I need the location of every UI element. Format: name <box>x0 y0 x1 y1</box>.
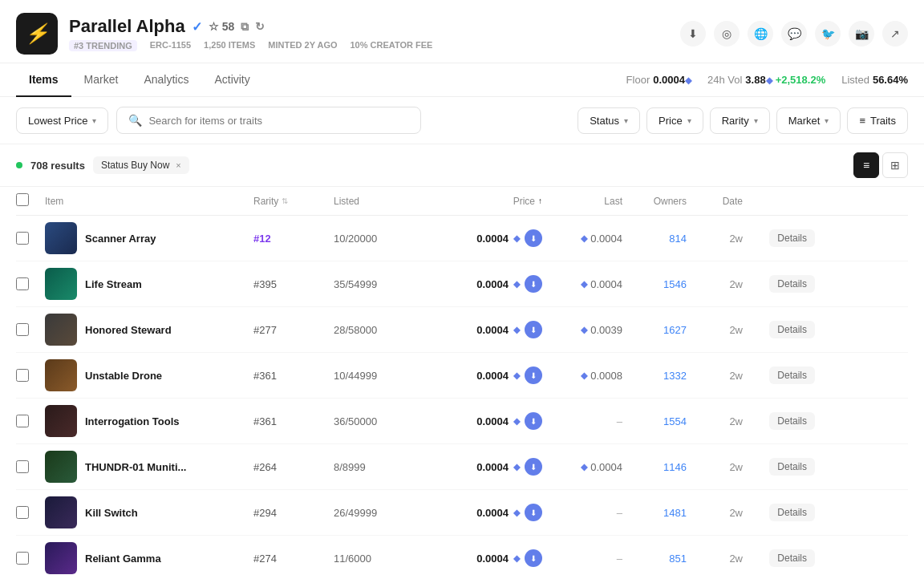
header-rarity[interactable]: Rarity ⇅ <box>253 193 334 209</box>
last-dash: – <box>617 553 622 565</box>
details-button[interactable]: Details <box>769 275 815 293</box>
row-checkbox[interactable] <box>16 277 29 290</box>
rarity-dropdown[interactable]: Rarity ▾ <box>710 107 770 134</box>
owners-cell[interactable]: 1481 <box>622 507 687 519</box>
price-cell: 0.0004 ◆ ⬇ <box>430 321 542 338</box>
owners-cell[interactable]: 1554 <box>622 415 687 427</box>
owners-cell[interactable]: 1627 <box>622 324 687 336</box>
details-button[interactable]: Details <box>769 321 815 338</box>
row-checkbox-cell <box>16 552 45 565</box>
price-chevron-icon: ▾ <box>687 116 691 125</box>
tab-activity[interactable]: Activity <box>201 63 262 97</box>
price-dropdown[interactable]: Price ▾ <box>646 107 703 134</box>
header-date[interactable]: Date <box>687 193 743 209</box>
header-item[interactable]: Item <box>45 193 253 209</box>
details-button[interactable]: Details <box>769 366 815 384</box>
listed-cell: 36/50000 <box>334 415 430 427</box>
sort-dropdown[interactable]: Lowest Price ▾ <box>16 107 108 134</box>
traits-button[interactable]: ≡ Traits <box>847 107 908 134</box>
last-value: 0.0004 <box>590 233 622 245</box>
date-cell: 2w <box>687 324 743 336</box>
copy-icon[interactable]: ⧉ <box>241 20 249 34</box>
details-button[interactable]: Details <box>769 229 815 247</box>
icon-btn-5[interactable]: 🐦 <box>815 21 841 47</box>
select-all-checkbox[interactable] <box>16 193 29 206</box>
market-dropdown[interactable]: Market ▾ <box>776 107 841 134</box>
last-value: 0.0004 <box>590 278 622 290</box>
status-chevron-icon: ▾ <box>624 116 628 125</box>
listed-value: 56.64% <box>873 74 908 86</box>
owners-cell[interactable]: 851 <box>622 553 687 565</box>
row-checkbox[interactable] <box>16 506 29 519</box>
star-count[interactable]: ☆ 58 <box>209 20 235 33</box>
list-view-button[interactable]: ≡ <box>853 152 879 178</box>
table-row: Interrogation Tools #361 36/50000 0.0004… <box>16 399 908 444</box>
buy-button[interactable]: ⬇ <box>525 549 542 567</box>
buy-button[interactable]: ⬇ <box>525 366 542 384</box>
last-cell: – <box>542 507 622 519</box>
buy-button[interactable]: ⬇ <box>525 504 542 521</box>
row-checkbox[interactable] <box>16 232 29 245</box>
date-cell: 2w <box>687 507 743 519</box>
rarity-label: Rarity <box>722 115 749 127</box>
owners-cell[interactable]: 1146 <box>622 461 687 473</box>
price-value: 0.0004 <box>476 461 509 473</box>
status-dropdown[interactable]: Status ▾ <box>578 107 640 134</box>
item-thumbnail <box>45 496 77 528</box>
details-button[interactable]: Details <box>769 412 815 430</box>
row-checkbox[interactable] <box>16 552 29 565</box>
buy-button[interactable]: ⬇ <box>525 321 542 338</box>
status-label: Status <box>590 115 619 127</box>
details-button[interactable]: Details <box>769 458 815 476</box>
chevron-down-icon: ▾ <box>92 116 96 125</box>
price-cell: 0.0004 ◆ ⬇ <box>430 229 542 247</box>
item-name: Unstable Drone <box>85 370 162 382</box>
minted-label: MINTED 2Y AGO <box>268 40 337 51</box>
icon-btn-7[interactable]: ↗ <box>882 21 908 47</box>
row-checkbox[interactable] <box>16 369 29 382</box>
item-thumbnail <box>45 359 77 391</box>
buy-button[interactable]: ⬇ <box>525 458 542 476</box>
owners-cell[interactable]: 814 <box>622 233 687 245</box>
details-button[interactable]: Details <box>769 504 815 521</box>
table-body: Scanner Array #12 10/20000 0.0004 ◆ ⬇ ◆0… <box>16 216 908 575</box>
listed-cell: 28/58000 <box>334 324 430 336</box>
buy-button[interactable]: ⬇ <box>525 275 542 293</box>
search-input[interactable] <box>148 115 409 127</box>
owners-cell[interactable]: 1546 <box>622 278 687 290</box>
buy-button[interactable]: ⬇ <box>525 412 542 430</box>
grid-view-button[interactable]: ⊞ <box>882 152 908 178</box>
icon-btn-1[interactable]: ⬇ <box>680 21 706 47</box>
listed-stat: Listed 56.64% <box>841 74 908 86</box>
header-owners[interactable]: Owners <box>622 193 687 209</box>
price-eth-icon: ◆ <box>513 462 520 472</box>
grid-icon: ⊞ <box>890 159 900 172</box>
active-filter-tag: Status Buy Now × <box>93 156 189 174</box>
row-checkbox[interactable] <box>16 415 29 427</box>
header-price[interactable]: Price ↑ <box>430 193 542 209</box>
tab-items[interactable]: Items <box>16 63 71 97</box>
price-value: 0.0004 <box>476 507 509 519</box>
row-checkbox[interactable] <box>16 460 29 473</box>
header-checkbox-col <box>16 193 45 209</box>
row-checkbox[interactable] <box>16 323 29 336</box>
floor-bar: Floor 0.0004◆ 24h Vol 3.88◆ +2,518.2% Li… <box>626 74 908 86</box>
rarity-cell: #277 <box>253 324 334 336</box>
buy-button[interactable]: ⬇ <box>525 229 542 247</box>
icon-btn-4[interactable]: 💬 <box>781 21 807 47</box>
tab-analytics[interactable]: Analytics <box>131 63 201 97</box>
icon-btn-3[interactable]: 🌐 <box>748 21 773 47</box>
header-last[interactable]: Last <box>542 193 622 209</box>
remove-filter-button[interactable]: × <box>176 160 180 170</box>
icon-btn-2[interactable]: ◎ <box>714 21 740 47</box>
table-row: Unstable Drone #361 10/44999 0.0004 ◆ ⬇ … <box>16 353 908 399</box>
owners-cell[interactable]: 1332 <box>622 370 687 382</box>
details-button[interactable]: Details <box>769 549 815 567</box>
tab-market[interactable]: Market <box>71 63 132 97</box>
creator-fee: 10% CREATOR FEE <box>351 40 433 51</box>
items-table: Item Rarity ⇅ Listed Price ↑ Last Owners… <box>0 187 924 575</box>
header-listed[interactable]: Listed <box>334 193 430 209</box>
icon-btn-6[interactable]: 📷 <box>849 21 874 47</box>
refresh-icon[interactable]: ↻ <box>255 20 265 33</box>
price-cell: 0.0004 ◆ ⬇ <box>430 412 542 430</box>
